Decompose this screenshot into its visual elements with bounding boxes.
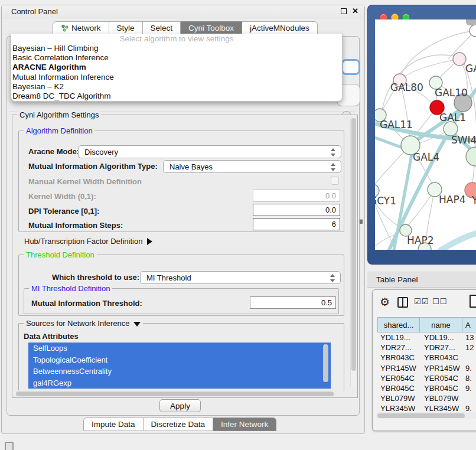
mi-steps-field[interactable] <box>253 218 340 230</box>
network-edge[interactable] <box>402 31 475 74</box>
tab-cyni-toolbox[interactable]: Cyni Toolbox <box>181 21 242 35</box>
deselect-all-checkboxes-icon[interactable]: ☐☐ <box>432 297 447 306</box>
network-edge[interactable] <box>405 59 459 77</box>
scrollbar-thumb[interactable] <box>351 118 356 371</box>
splitter-grip[interactable] <box>360 219 363 224</box>
network-graph[interactable]: GALGAL80GAL10GAL1GAL11SWI4GAL4GCY1HAP4YH… <box>375 19 476 250</box>
data-attribute-item[interactable]: BetweennessCentrality <box>28 366 331 377</box>
table-cell[interactable]: YER054C <box>420 373 462 383</box>
table-cell[interactable]: YDL19... <box>377 332 420 343</box>
table-cell[interactable]: YDR27... <box>420 343 462 353</box>
table-row[interactable]: YER054CYER054C8. <box>377 373 476 383</box>
network-canvas[interactable]: GALGAL80GAL10GAL1GAL11SWI4GAL4GCY1HAP4YH… <box>375 19 476 250</box>
column-header-shared-name[interactable]: shared... <box>377 317 420 332</box>
which-threshold-value: MI Threshold <box>146 273 191 282</box>
table-horizontal-scrollbar[interactable] <box>376 412 476 419</box>
table-cell[interactable] <box>462 393 476 403</box>
algorithm-option[interactable]: Bayesian – K2 <box>11 82 342 92</box>
settings-vertical-scrollbar[interactable] <box>350 117 357 389</box>
network-node[interactable] <box>466 147 476 166</box>
settings-horizontal-scrollbar[interactable] <box>15 390 345 397</box>
control-panel-tabs: Network Style Select Cyni Toolbox jActiv… <box>53 21 318 35</box>
collapsed-panel-icon[interactable] <box>5 442 14 450</box>
network-node-gal[interactable] <box>453 53 466 66</box>
sources-group-title[interactable]: Sources for Network Inference <box>24 319 143 328</box>
network-node-label: GAL4 <box>413 151 439 163</box>
tab-impute-data[interactable]: Impute Data <box>83 418 144 431</box>
table-row[interactable]: YPR145WYPR145W9. <box>377 363 476 373</box>
table-panel-window: ⚙ ☑☑ ☐☐ shared... name A YDL19...YDL19..… <box>372 289 476 431</box>
table-cell[interactable]: YBR043C <box>420 353 462 363</box>
which-threshold-select[interactable]: MI Threshold <box>140 271 341 284</box>
table-cell[interactable]: 12 <box>462 343 476 353</box>
dpi-tolerance-field[interactable] <box>253 204 340 216</box>
apply-button[interactable]: Apply <box>159 399 201 412</box>
table-row[interactable]: YDR27...YDR27...12 <box>377 343 476 353</box>
table-cell[interactable]: YBR045C <box>420 383 462 393</box>
table-cell[interactable]: YDL19... <box>420 332 462 343</box>
table-row[interactable]: YBR043CYBR043C <box>377 353 476 363</box>
hub-definition-expander[interactable]: Hub/Transcription Factor Definition <box>24 237 152 246</box>
mi-type-label: Mutual Information Algorithm Type: <box>28 162 158 171</box>
select-all-checkboxes-icon[interactable]: ☑☑ <box>414 297 429 306</box>
table-cell[interactable]: YPR145W <box>377 363 420 373</box>
table-row[interactable]: YBL079WYBL079W <box>377 393 476 403</box>
table-cell[interactable]: YDR27... <box>377 343 420 353</box>
tab-discretize-data[interactable]: Discretize Data <box>144 418 214 431</box>
table-cell[interactable]: YBR043C <box>377 353 420 363</box>
scrollbar-thumb[interactable] <box>16 392 334 396</box>
table-cell[interactable]: YBL079W <box>377 393 420 403</box>
document-icon[interactable] <box>470 295 476 308</box>
algorithm-option[interactable]: Basic Correlation Inference <box>11 53 342 63</box>
table-cell[interactable]: YBR045C <box>377 383 420 393</box>
tab-jactivemnodules[interactable]: jActiveMNodules <box>242 21 318 35</box>
data-attribute-item[interactable]: gal4RGexp <box>28 377 331 389</box>
data-attributes-label: Data Attributes <box>24 332 79 341</box>
table-toolbar: ⚙ ☑☑ ☐☐ <box>373 290 476 316</box>
table-cell[interactable]: YBL079W <box>420 393 462 403</box>
tab-label: Style <box>117 24 135 32</box>
network-node-label: GAL1 <box>439 112 466 123</box>
aracne-mode-value: Discovery <box>84 148 118 156</box>
algorithm-option[interactable]: ARACNE Algorithm <box>11 63 342 72</box>
control-panel-title: Control Panel <box>11 7 58 16</box>
table-cell[interactable]: 9. <box>462 363 476 373</box>
table-cell[interactable] <box>462 353 476 363</box>
mi-algorithm-type-select[interactable]: Naive Bayes <box>163 160 341 173</box>
list-scrollbar-thumb[interactable] <box>323 344 328 382</box>
data-attributes-list[interactable]: SelfLoopsTopologicalCoefficientBetweenne… <box>28 343 331 389</box>
table-cell[interactable]: YER054C <box>377 373 420 383</box>
tab-network[interactable]: Network <box>53 21 109 35</box>
close-icon[interactable]: ✕ <box>352 8 358 15</box>
table-cell[interactable]: 13 <box>462 332 476 343</box>
tab-infer-network[interactable]: Infer Network <box>213 418 276 431</box>
tab-label: Select <box>151 24 173 32</box>
network-node[interactable] <box>470 25 476 37</box>
network-edge-thick[interactable] <box>441 233 476 250</box>
kernel-width-field[interactable] <box>253 190 340 202</box>
algorithm-option[interactable]: Bayesian – Hill Climbing <box>11 44 342 53</box>
table-cell[interactable]: 9. <box>462 383 476 393</box>
tab-label: jActiveMNodules <box>250 24 309 32</box>
table-row[interactable]: YDL19...YDL19...13 <box>377 332 476 343</box>
tab-select[interactable]: Select <box>143 21 181 35</box>
table-cell[interactable]: YPR145W <box>420 363 462 373</box>
column-header-clipped[interactable]: A <box>462 317 476 332</box>
float-window-icon[interactable] <box>341 8 347 14</box>
algorithm-option[interactable]: Mutual Information Inference <box>11 73 342 82</box>
scrollbar-thumb[interactable] <box>377 413 465 418</box>
tab-style[interactable]: Style <box>109 21 143 35</box>
split-columns-icon[interactable] <box>397 297 408 308</box>
aracne-mode-select[interactable]: Discovery <box>78 145 341 158</box>
table-cell[interactable]: 8. <box>462 373 476 383</box>
mi-threshold-field[interactable] <box>250 296 336 309</box>
table-row[interactable]: YBR045CYBR045C9. <box>377 383 476 393</box>
tab-label: Impute Data <box>92 420 135 429</box>
data-attribute-item[interactable]: SelfLoops <box>28 343 331 354</box>
gear-icon[interactable]: ⚙ <box>380 295 390 308</box>
manual-kernel-checkbox[interactable] <box>331 177 339 185</box>
column-header-name[interactable]: name <box>420 317 462 332</box>
network-edge-thick[interactable] <box>375 138 404 148</box>
algorithm-option[interactable]: Dream8 DC_TDC Algorithm <box>11 92 342 101</box>
data-attribute-item[interactable]: TopologicalCoefficient <box>28 354 331 366</box>
